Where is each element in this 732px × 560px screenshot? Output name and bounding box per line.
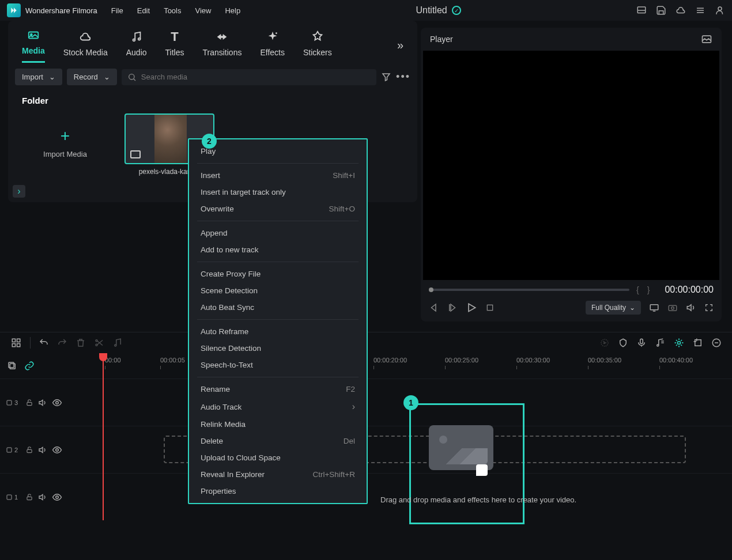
menu-view[interactable]: View: [195, 6, 211, 15]
tick: 00:00:05: [160, 357, 185, 364]
lock-icon[interactable]: [25, 493, 33, 501]
tab-titles[interactable]: T Titles: [165, 29, 184, 63]
svg-marker-23: [687, 305, 691, 311]
mute-icon[interactable]: [38, 445, 47, 455]
quality-dropdown[interactable]: Full Quality⌄: [586, 301, 641, 315]
filter-icon[interactable]: [381, 72, 391, 82]
context-item-play[interactable]: Play: [189, 143, 367, 160]
context-item-overwrite[interactable]: OverwriteShift+O: [189, 200, 367, 217]
context-item-add-to-new-track[interactable]: Add to new track: [189, 241, 367, 258]
track-clone-icon[interactable]: [7, 361, 17, 371]
fullscreen-icon[interactable]: [704, 303, 714, 312]
scrub-bar[interactable]: [429, 289, 629, 291]
search-input[interactable]: [141, 73, 371, 81]
context-item-rename[interactable]: RenameF2: [189, 381, 367, 398]
zoom-out-icon[interactable]: [711, 338, 722, 348]
context-item-create-proxy-file[interactable]: Create Proxy File: [189, 266, 367, 282]
context-item-reveal-in-explorer[interactable]: Reveal In ExplorerCtrl+Shift+R: [189, 466, 367, 483]
tab-effects[interactable]: Effects: [260, 29, 285, 63]
context-item-auto-reframe[interactable]: Auto Reframe: [189, 323, 367, 340]
crop-icon[interactable]: [693, 338, 703, 348]
svg-point-11: [129, 74, 134, 79]
render-icon[interactable]: [599, 338, 610, 348]
menu-file[interactable]: File: [111, 6, 123, 15]
marker-icon[interactable]: [618, 338, 628, 348]
audio-mix-icon[interactable]: [655, 338, 665, 348]
layout-icon[interactable]: [636, 5, 647, 16]
callout-1: 1: [403, 395, 418, 410]
svg-marker-15: [451, 304, 455, 311]
svg-rect-58: [27, 449, 32, 452]
context-item-relink-media[interactable]: Relink Media: [189, 416, 367, 433]
context-item-insert-in-target-track-only[interactable]: Insert in target track only: [189, 184, 367, 200]
tick: 00:00:35:00: [588, 357, 621, 364]
svg-point-60: [56, 448, 59, 451]
lock-icon[interactable]: [25, 399, 33, 407]
undo-icon[interactable]: [39, 338, 49, 348]
context-item-silence-detection[interactable]: Silence Detection: [189, 340, 367, 357]
context-item-scene-detection[interactable]: Scene Detection: [189, 282, 367, 299]
mute-icon[interactable]: [38, 493, 47, 502]
menu-tools[interactable]: Tools: [164, 6, 181, 15]
hamburger-icon[interactable]: [695, 5, 705, 16]
play-icon[interactable]: [466, 302, 477, 313]
tab-media[interactable]: Media: [22, 28, 45, 63]
svg-line-12: [133, 78, 135, 80]
context-item-upload-to-cloud-space[interactable]: Upload to Cloud Space: [189, 449, 367, 466]
visibility-icon[interactable]: [52, 445, 62, 455]
snapshot-icon[interactable]: [701, 33, 712, 45]
stop-icon[interactable]: [485, 303, 495, 312]
svg-rect-52: [9, 362, 14, 368]
context-item-append[interactable]: Append: [189, 225, 367, 241]
trash-icon[interactable]: [76, 338, 86, 348]
panel-expand-icon[interactable]: ›: [13, 185, 25, 198]
svg-rect-18: [487, 305, 492, 310]
context-item-speech-to-text[interactable]: Speech-to-Text: [189, 357, 367, 373]
context-item-delete[interactable]: DeleteDel: [189, 433, 367, 449]
add-track-icon[interactable]: [10, 337, 22, 349]
context-separator: [197, 262, 359, 262]
camera-icon[interactable]: [667, 302, 678, 313]
context-item-auto-beat-sync[interactable]: Auto Beat Sync: [189, 299, 367, 316]
step-back-icon[interactable]: [447, 302, 458, 313]
auto-icon[interactable]: [673, 337, 685, 349]
split-icon[interactable]: [94, 338, 104, 348]
search-icon: [127, 73, 137, 82]
expand-tabs-icon[interactable]: »: [397, 39, 403, 52]
sync-ok-icon: ✓: [452, 6, 461, 15]
lock-icon[interactable]: [25, 446, 33, 454]
search-box[interactable]: [122, 69, 376, 85]
video-badge-icon: [130, 150, 141, 158]
redo-icon[interactable]: [57, 338, 67, 348]
visibility-icon[interactable]: [52, 398, 62, 408]
link-icon[interactable]: [24, 361, 35, 371]
more-icon[interactable]: •••: [396, 71, 410, 83]
tab-stock-media[interactable]: Stock Media: [63, 29, 108, 63]
context-item-audio-track[interactable]: Audio Track: [189, 398, 367, 416]
playhead[interactable]: [103, 353, 104, 520]
titles-icon: T: [167, 29, 182, 44]
save-icon[interactable]: [656, 5, 666, 16]
display-icon[interactable]: [649, 302, 659, 313]
mic-icon[interactable]: [636, 338, 647, 348]
user-icon[interactable]: [715, 5, 725, 16]
volume-icon[interactable]: [686, 302, 696, 313]
mute-icon[interactable]: [38, 398, 47, 407]
menu-edit[interactable]: Edit: [137, 6, 150, 15]
record-dropdown[interactable]: Record⌄: [67, 69, 117, 85]
svg-point-37: [678, 342, 681, 345]
svg-point-10: [276, 32, 277, 34]
prev-frame-icon[interactable]: [429, 302, 439, 313]
visibility-icon[interactable]: [52, 492, 62, 502]
tab-stickers[interactable]: Stickers: [303, 29, 332, 63]
cloud-icon[interactable]: [676, 5, 686, 16]
music-note-icon[interactable]: [112, 338, 123, 348]
context-item-insert[interactable]: InsertShift+I: [189, 167, 367, 184]
player-canvas[interactable]: [423, 51, 719, 280]
context-item-properties[interactable]: Properties: [189, 483, 367, 500]
tab-transitions[interactable]: Transitions: [202, 29, 242, 63]
menu-help[interactable]: Help: [225, 6, 240, 15]
import-dropdown[interactable]: Import⌄: [15, 69, 62, 85]
tab-audio[interactable]: Audio: [126, 29, 147, 63]
import-media-tile[interactable]: + Import Media: [22, 113, 108, 171]
